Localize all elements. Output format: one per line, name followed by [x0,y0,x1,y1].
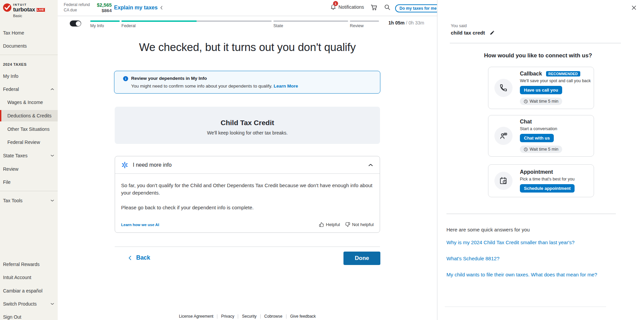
learn-more-link[interactable]: Learn More [274,84,298,89]
callback-option-card: Callback RECOMMENDED We'll save your spo… [488,67,594,109]
alert-body: You might need to confirm some info abou… [123,84,374,89]
info-icon: i [123,76,128,81]
quick-answer-link-2[interactable]: What's Schedule 8812? [446,256,499,261]
sidebar-item-tax-tools[interactable]: Tax Tools [0,196,58,205]
main-area: Federal refund CA due $2,565 $864 Explai… [58,0,437,320]
footer-link-privacy[interactable]: Privacy [217,314,238,319]
progress-bar: My Info Federal State Review 1h 05m / 0h… [58,16,437,30]
progress-segment-my-info[interactable] [90,20,120,22]
panel-divider [445,307,606,307]
sidebar-section-header: 2024 TAXES [3,62,26,66]
recommended-badge: RECOMMENDED [546,71,580,76]
progress-label-state: State [273,23,283,28]
sidebar-item-intuit-account[interactable]: Intuit Account [0,273,58,282]
sidebar-item-other-tax-situations[interactable]: Other Tax Situations [0,125,58,134]
appointment-title: Appointment [520,169,553,175]
callback-title: Callback [520,71,542,77]
progress-segment-state[interactable] [273,20,348,22]
chat-wait-time: Wait time 5 min [520,146,562,153]
sidebar-item-file[interactable]: File [0,178,58,186]
chat-agent-icon [494,127,513,145]
appointment-description: Pick a time that's best for you [520,177,575,181]
live-help-toggle[interactable] [70,20,81,26]
bell-icon: 1 [330,3,336,10]
child-tax-credit-card: Child Tax Credit We'll keep looking for … [115,107,380,144]
footer-link-security[interactable]: Security [238,314,260,319]
footer-link-license[interactable]: License Agreement [175,314,217,319]
chat-description: Start a conversation [520,126,562,131]
sidebar: INTUIT turbotax LIVE Basic Tax Home Docu… [0,0,58,320]
sidebar-item-referral-rewards[interactable]: Referral Rewards [0,260,58,269]
content-divider [115,247,380,247]
schedule-appointment-button[interactable]: Schedule appointment [520,184,575,193]
do-my-taxes-button[interactable]: Do my taxes for me [395,4,441,12]
turbotax-check-icon [3,3,12,12]
turbotax-wordmark: turbotax [13,6,35,13]
alert-title: Review your dependents in My Info [131,76,207,81]
chevron-down-icon [50,198,55,203]
helpful-button[interactable]: Helpful [319,222,340,227]
turbotax-app: INTUIT turbotax LIVE Basic Tax Home Docu… [0,0,644,320]
edit-pencil-icon[interactable] [490,30,495,35]
not-helpful-button[interactable]: Not helpful [345,222,374,227]
appointment-option-card: Appointment Pick a time that's best for … [488,164,594,197]
sidebar-divider [0,191,58,191]
clock-icon [524,147,528,152]
footer-link-cobrowse[interactable]: Cobrowse [261,314,286,319]
quick-answer-link-1[interactable]: Why is my 2024 Child Tax Credit smaller … [446,239,575,245]
sidebar-item-federal-review[interactable]: Federal Review [0,138,58,147]
product-tier: Basic [13,14,45,18]
live-badge: LIVE [36,8,45,12]
collapse-chevron-left-icon[interactable] [159,5,164,10]
quick-answer-link-3[interactable]: My child wants to file their own taxes. … [446,272,597,277]
sidebar-divider [0,55,58,55]
notifications-button[interactable]: 1 Notifications [330,3,364,10]
intuit-wordmark: INTUIT [13,3,45,6]
sidebar-item-documents[interactable]: Documents [0,42,58,50]
chat-with-us-button[interactable]: Chat with us [520,134,554,142]
chevron-up-icon [50,87,55,92]
cart-icon[interactable] [370,4,378,11]
assist-paragraph: So far, you don't qualify for the Child … [121,182,374,197]
learn-how-we-use-ai-link[interactable]: Learn how we use AI [121,223,159,227]
search-icon[interactable] [384,4,391,11]
sidebar-item-my-info[interactable]: My Info [0,72,58,81]
calendar-clock-icon [494,172,513,190]
sidebar-item-deductions-credits[interactable]: Deductions & Credits [0,110,58,121]
sidebar-item-state-taxes[interactable]: State Taxes [0,151,58,160]
assist-body: So far, you don't qualify for the Child … [115,174,380,211]
progress-segment-federal[interactable] [121,20,272,22]
federal-refund-label: Federal refund [64,2,90,7]
sidebar-item-cambiar-espanol[interactable]: Cambiar a español [0,286,58,295]
page-title: We checked, but it turns out you don't q… [58,41,437,54]
turbotax-logo[interactable]: INTUIT turbotax LIVE Basic [3,3,45,18]
progress-segment-review[interactable] [350,20,379,22]
thumbs-up-icon [319,222,324,227]
have-us-call-you-button[interactable]: Have us call you [520,86,562,94]
chevron-down-icon [50,302,55,306]
explain-my-taxes-link[interactable]: Explain my taxes [114,5,158,11]
callback-description: We'll save your spot and call you back [520,78,591,83]
done-button[interactable]: Done [343,252,380,265]
quick-answers-heading: Here are some quick answers for you [446,227,530,232]
chat-title: Chat [520,119,532,125]
close-icon[interactable] [630,3,638,12]
state-due-label: CA due [64,8,90,12]
sidebar-item-wages-income[interactable]: Wages & Income [0,98,58,107]
back-button[interactable]: Back [127,254,150,261]
user-query: child tax credt [451,30,485,36]
progress-label-my-info: My Info [90,23,104,28]
assist-expander-header[interactable]: I need more info [115,156,380,174]
footer-link-give-feedback[interactable]: Give feedback [286,314,320,319]
state-due-value: $864 [93,8,112,13]
sidebar-item-federal[interactable]: Federal [0,85,58,94]
sidebar-item-review[interactable]: Review [0,165,58,173]
sidebar-item-tax-home[interactable]: Tax Home [0,29,58,37]
sidebar-item-switch-products[interactable]: Switch Products [0,300,58,308]
progress-label-review: Review [350,23,364,28]
sidebar-item-sign-out[interactable]: Sign Out [0,313,58,320]
chat-option-card: Chat Start a conversation Chat with us W… [488,115,594,157]
refund-summary: Federal refund CA due $2,565 $864 [64,2,112,13]
assist-paragraph: Please go back to check if your dependen… [121,204,374,211]
chevron-up-icon[interactable] [368,162,374,168]
